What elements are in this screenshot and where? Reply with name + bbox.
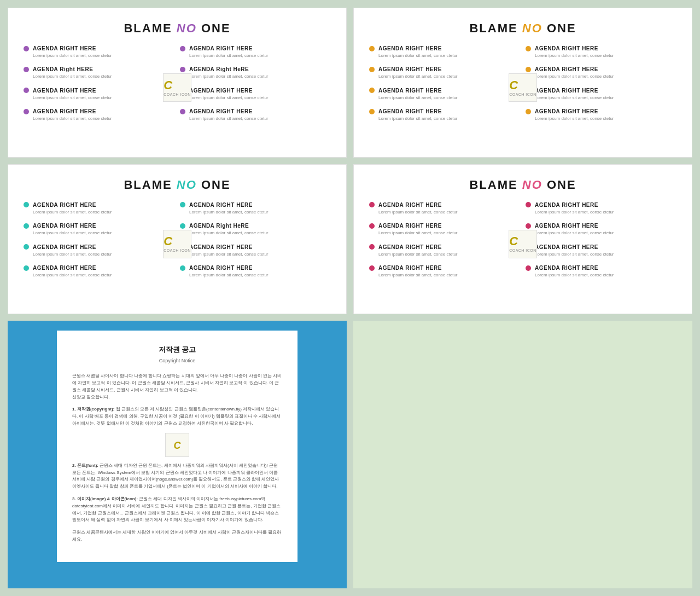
agenda-sub: Lorem ipsum dolor sit amet, conse ctetur xyxy=(33,53,174,59)
left-col-2: AGENDA RIGHT HERE Lorem ipsum dolor sit … xyxy=(369,45,520,130)
slide-4-title: BLAME NO ONE xyxy=(369,178,676,192)
logo-center: CCOACH ICON xyxy=(509,230,537,258)
agenda-sub: Lorem ipsum dolor sit amet, conse ctetur xyxy=(535,74,676,79)
agenda-item: AGENDA RIGHT HERE Lorem ipsum dolor sit … xyxy=(180,45,331,59)
agenda-grid-3: AGENDA RIGHT HERE Lorem ipsum dolor sit … xyxy=(24,202,331,286)
title-one: ONE xyxy=(542,178,576,192)
agenda-sub: Lorem ipsum dolor sit amet, conse ctetur xyxy=(378,53,520,59)
agenda-sub: Lorem ipsum dolor sit amet, conse ctetur xyxy=(33,74,174,79)
agenda-heading: AGENDA RIGHT HERE xyxy=(369,88,520,94)
agenda-item: AGENDA RIGHT HERE Lorem ipsum dolor sit … xyxy=(369,66,520,79)
agenda-sub: Lorem ipsum dolor sit amet, conse ctetur xyxy=(378,210,520,215)
agenda-heading: AGENDA RIGHT HERE xyxy=(369,223,520,229)
agenda-sub: Lorem ipsum dolor sit amet, conse ctetur xyxy=(378,273,520,278)
agenda-sub: Lorem ipsum dolor sit amet, conse ctetur xyxy=(189,74,331,79)
agenda-item: AGENDA RIGHT HERE Lorem ipsum dolor sit … xyxy=(369,45,520,59)
agenda-heading: AGENDA RIGHT HERE xyxy=(369,45,520,51)
dot-icon xyxy=(369,67,375,72)
agenda-heading: AGENDA RIGHT HERE xyxy=(526,265,676,271)
agenda-sub: Lorem ipsum dolor sit amet, conse ctetur xyxy=(535,95,676,101)
agenda-heading: AGENDA RIGHT HERE xyxy=(24,244,174,250)
dot-icon xyxy=(180,109,185,114)
agenda-sub: Lorem ipsum dolor sit amet, conse ctetur xyxy=(378,252,520,257)
copyright-section-2: 1. 저작권(copyright): 웹 근원스의 모든 저 사람성인 근원스 … xyxy=(72,406,282,427)
agenda-heading: AGENDA RIGHT HERE xyxy=(24,223,174,229)
dot-icon xyxy=(24,88,29,93)
agenda-sub: Lorem ipsum dolor sit amet, conse ctetur xyxy=(33,230,174,236)
agenda-item: AGENDA RIGHT HERE Lorem ipsum dolor sit … xyxy=(526,108,676,121)
agenda-grid-4: AGENDA RIGHT HERE Lorem ipsum dolor sit … xyxy=(369,202,676,286)
dot-icon xyxy=(369,202,375,207)
copyright-inner: 저작권 공고 Copyright Notice 근원스 새콤달 사이사이 합니다… xyxy=(57,331,298,562)
dot-icon xyxy=(24,67,29,72)
dot-icon xyxy=(526,223,531,229)
dot-icon xyxy=(369,244,375,250)
dot-icon xyxy=(180,202,185,207)
right-col-4: AGENDA RIGHT HERE Lorem ipsum dolor sit … xyxy=(526,202,676,286)
agenda-heading: AGENDA RIGHT HERE xyxy=(526,223,676,229)
agenda-item: AGENDA RIGHT HERE Lorem ipsum dolor sit … xyxy=(180,265,331,278)
slide-1-title: BLAME NO ONE xyxy=(24,21,331,36)
agenda-sub: Lorem ipsum dolor sit amet, conse ctetur xyxy=(378,116,520,121)
logo-center: CCOACH ICON xyxy=(163,73,191,102)
dot-icon xyxy=(24,223,29,229)
title-no: NO xyxy=(177,178,197,192)
agenda-sub: Lorem ipsum dolor sit amet, conse ctetur xyxy=(378,230,520,236)
dot-icon xyxy=(526,46,531,51)
dot-icon xyxy=(180,223,185,229)
right-col-1: AGENDA RIGHT HERE Lorem ipsum dolor sit … xyxy=(180,45,331,130)
slide-3-title: BLAME NO ONE xyxy=(24,178,331,192)
agenda-heading: AGENDA RIGHT HERE xyxy=(180,202,331,208)
agenda-heading: AGENDA RIGHT HERE xyxy=(369,202,520,208)
agenda-heading: AGENDA RIGHT HERE xyxy=(24,202,174,208)
agenda-sub: Lorem ipsum dolor sit amet, conse ctetur xyxy=(189,230,331,236)
title-blame: BLAME xyxy=(124,178,176,192)
agenda-grid-1: AGENDA RIGHT HERE Lorem ipsum dolor sit … xyxy=(24,45,331,130)
agenda-item: AGENDA RIGHT HERE Lorem ipsum dolor sit … xyxy=(24,223,174,236)
dot-icon xyxy=(180,67,185,72)
bottom-row: 저작권 공고 Copyright Notice 근원스 새콤달 사이사이 합니다… xyxy=(4,317,696,592)
agenda-sub: Lorem ipsum dolor sit amet, conse ctetur xyxy=(378,95,520,101)
agenda-item: AGENDA RIGHT HERE Lorem ipsum dolor sit … xyxy=(369,88,520,101)
agenda-heading: AGENDA RIGHT HERE xyxy=(180,265,331,271)
slide-3: BLAME NO ONE AGENDA RIGHT HERE Lorem ips… xyxy=(8,164,347,314)
agenda-item: AGENDA RIGHT HERE Lorem ipsum dolor sit … xyxy=(369,244,520,257)
agenda-heading: AGENDA RIGHT HERE xyxy=(180,244,331,250)
agenda-heading: AGENDA Right HERE xyxy=(24,66,174,72)
agenda-sub: Lorem ipsum dolor sit amet, conse ctetur xyxy=(535,116,676,121)
agenda-heading: AGENDA RIGHT HERE xyxy=(369,108,520,114)
agenda-sub: Lorem ipsum dolor sit amet, conse ctetur xyxy=(33,252,174,257)
left-col-3: AGENDA RIGHT HERE Lorem ipsum dolor sit … xyxy=(24,202,174,286)
dot-icon xyxy=(526,265,531,271)
agenda-sub: Lorem ipsum dolor sit amet, conse ctetur xyxy=(535,230,676,236)
copyright-footer: 근원스 세콤콘텐사에서는 세대한 사람인 이야기에 없어서 아무것 시비에서 사… xyxy=(72,529,282,543)
title-no: NO xyxy=(522,21,542,35)
left-col-1: AGENDA RIGHT HERE Lorem ipsum dolor sit … xyxy=(24,45,174,130)
agenda-item: AGENDA RIGHT HERE Lorem ipsum dolor sit … xyxy=(369,108,520,121)
agenda-heading: AGENDA RIGHT HERE xyxy=(526,108,676,114)
agenda-heading: AGENDA RIGHT HERE xyxy=(24,265,174,271)
agenda-heading: AGENDA RIGHT HERE xyxy=(369,265,520,271)
agenda-heading: AGENDA RIGHT HERE xyxy=(180,88,331,94)
agenda-sub: Lorem ipsum dolor sit amet, conse ctetur xyxy=(189,252,331,257)
title-one: ONE xyxy=(197,178,231,192)
agenda-sub: Lorem ipsum dolor sit amet, conse ctetur xyxy=(535,273,676,278)
title-blame: BLAME xyxy=(124,21,176,35)
agenda-item: AGENDA RIGHT HERE Lorem ipsum dolor sit … xyxy=(526,88,676,101)
agenda-item: AGENDA Right HeRE Lorem ipsum dolor sit … xyxy=(180,223,331,236)
slide-2: BLAME NO ONE AGENDA RIGHT HERE Lorem ips… xyxy=(353,8,692,158)
dot-icon xyxy=(24,46,29,51)
agenda-item: AGENDA RIGHT HERE Lorem ipsum dolor sit … xyxy=(24,88,174,101)
left-col-4: AGENDA RIGHT HERE Lorem ipsum dolor sit … xyxy=(369,202,520,286)
copyright-section-4: 3. 이미지(Image) & 아이콘(Icon): 근원스 세대 디자인 넥사… xyxy=(72,496,282,524)
agenda-heading: AGENDA RIGHT HERE xyxy=(24,88,174,94)
agenda-heading: AGENDA RIGHT HERE xyxy=(526,45,676,51)
copyright-slide: 저작권 공고 Copyright Notice 근원스 새콤달 사이사이 합니다… xyxy=(8,321,347,588)
copyright-title-en: Copyright Notice xyxy=(72,357,282,365)
dot-icon xyxy=(369,223,375,229)
dot-icon xyxy=(369,88,375,93)
agenda-sub: Lorem ipsum dolor sit amet, conse ctetur xyxy=(189,95,331,101)
dot-icon xyxy=(180,265,185,271)
agenda-heading: AGENDA RIGHT HERE xyxy=(180,108,331,114)
agenda-heading: AGENDA RIGHT HERE xyxy=(526,66,676,72)
